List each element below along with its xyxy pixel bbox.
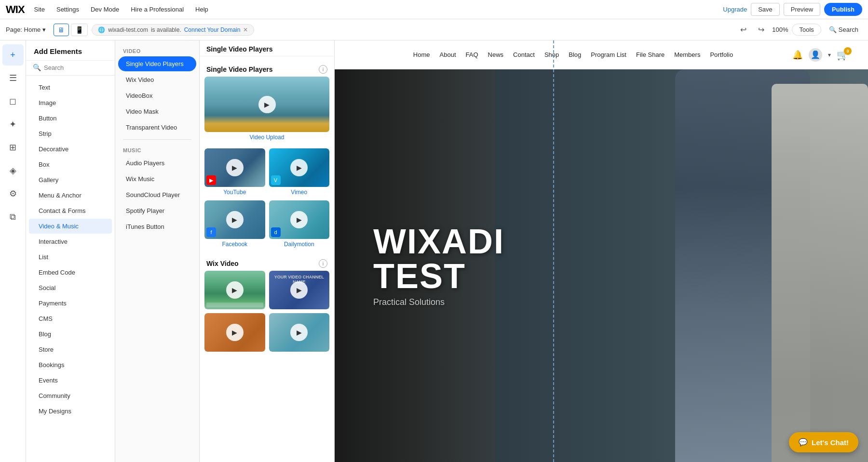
nav-shop[interactable]: Shop [544, 51, 559, 58]
wix-video-card-1[interactable]: ▶ [204, 271, 265, 309]
page-selector[interactable]: Page: Home ▾ [6, 26, 46, 33]
element-item-menu-anchor[interactable]: Menu & Anchor [29, 188, 112, 203]
video-upload-label: Video Upload [204, 134, 329, 141]
sub-item-wix-video[interactable]: Wix Video [118, 72, 196, 87]
nav-right-icons: 🔔 👤 ▾ 🛒 0 [792, 48, 849, 62]
wix-video-row1: ▶ YOUR VIDEO CHANNEL NAME ▶ [204, 271, 329, 309]
youtube-card[interactable]: ▶ ▶ YouTube [204, 148, 265, 198]
notification-bell-icon[interactable]: 🔔 [792, 50, 803, 60]
connect-domain-link[interactable]: Connect Your Domain [184, 26, 241, 33]
sub-item-spotify[interactable]: Spotify Player [118, 203, 196, 218]
info-icon[interactable]: i [319, 65, 327, 74]
element-item-bookings[interactable]: Bookings [29, 357, 112, 372]
settings-menu-button[interactable]: Settings [53, 4, 83, 15]
sidebar-item-settings[interactable]: ⚙ [2, 183, 24, 204]
nav-home[interactable]: Home [413, 51, 430, 58]
facebook-label: Facebook [204, 241, 265, 248]
element-item-text[interactable]: Text [29, 80, 112, 95]
sidebar-item-add-elements[interactable]: + [2, 44, 24, 66]
element-item-gallery[interactable]: Gallery [29, 172, 112, 187]
domain-text: wixadi-test.com [108, 26, 148, 33]
dailymotion-card[interactable]: ▶ d Dailymotion [269, 200, 330, 251]
sub-item-video-mask[interactable]: Video Mask [118, 104, 196, 119]
undo-button[interactable]: ↩ [736, 23, 750, 36]
element-item-button[interactable]: Button [29, 111, 112, 126]
element-item-store[interactable]: Store [29, 342, 112, 357]
tools-button[interactable]: Tools [792, 24, 821, 36]
save-button[interactable]: Save [751, 3, 780, 16]
sub-item-single-video[interactable]: Single Video Players [118, 56, 196, 71]
video-upload-card[interactable]: ▶ Video Upload [204, 77, 329, 144]
element-item-strip[interactable]: Strip [29, 126, 112, 141]
facebook-card[interactable]: ▶ f Facebook [204, 200, 265, 251]
preview-button[interactable]: Preview [784, 3, 820, 16]
vimeo-card[interactable]: ▶ V Vimeo [269, 148, 330, 198]
cart-container: 🛒 0 [837, 49, 849, 61]
element-item-payments[interactable]: Payments [29, 296, 112, 311]
devmode-button[interactable]: Dev Mode [87, 4, 123, 15]
nav-program-list[interactable]: Program List [591, 51, 626, 58]
sidebar-item-apps[interactable]: ⊞ [2, 137, 24, 158]
sidebar-item-pages[interactable]: ☰ [2, 67, 24, 89]
sidebar-item-theme[interactable]: ✦ [2, 114, 24, 135]
element-item-list[interactable]: List [29, 250, 112, 264]
sub-item-itunes[interactable]: iTunes Button [118, 219, 196, 234]
site-menu-button[interactable]: Site [30, 4, 49, 15]
tools-label: Tools [799, 26, 814, 33]
facebook-dailymotion-row: ▶ f Facebook ▶ d Dailymotion [204, 200, 329, 251]
nav-members[interactable]: Members [674, 51, 700, 58]
element-item-cms[interactable]: CMS [29, 311, 112, 326]
element-item-image[interactable]: Image [29, 95, 112, 110]
wix-video-card-4[interactable]: ▶ [269, 313, 330, 352]
add-elements-search[interactable]: 🔍 ? ✕ [26, 61, 115, 76]
wix-video-thumb-1: ▶ [204, 271, 265, 309]
close-domain-icon[interactable]: ✕ [243, 26, 248, 33]
nav-portfolio[interactable]: Portfolio [710, 51, 733, 58]
hire-professional-button[interactable]: Hire a Professional [127, 4, 188, 15]
sub-item-wix-music[interactable]: Wix Music [118, 172, 196, 186]
youtube-vimeo-row: ▶ ▶ YouTube ▶ V Vimeo [204, 148, 329, 198]
nav-blog[interactable]: Blog [569, 51, 581, 58]
sub-item-soundcloud[interactable]: SoundCloud Player [118, 187, 196, 202]
redo-button[interactable]: ↪ [754, 23, 768, 36]
search-input[interactable] [44, 64, 115, 71]
sub-item-audio-players[interactable]: Audio Players [118, 156, 196, 171]
element-item-events[interactable]: Events [29, 373, 112, 388]
main-layout: + ☰ ◻ ✦ ⊞ ◈ ⚙ ⧉ Add Elements 🔍 ? ✕ [0, 40, 868, 462]
upgrade-button[interactable]: Upgrade [723, 6, 747, 13]
wix-logo: WIX [6, 3, 25, 16]
sub-item-transparent-video[interactable]: Transparent Video [118, 120, 196, 135]
canvas-area: Home About FAQ News Contact Shop Blog Pr… [335, 40, 868, 462]
element-item-embed-code[interactable]: Embed Code [29, 265, 112, 280]
element-item-social[interactable]: Social [29, 280, 112, 295]
element-item-my-designs[interactable]: My Designs [29, 404, 112, 419]
chat-button[interactable]: 💬 Let's Chat! [789, 432, 858, 452]
wix-video-card-2[interactable]: YOUR VIDEO CHANNEL NAME ▶ [269, 271, 330, 309]
sub-item-videobox[interactable]: VideoBox [118, 88, 196, 103]
sidebar-item-layers[interactable]: ⧉ [2, 206, 24, 227]
mobile-view-button[interactable]: 📱 [71, 24, 88, 36]
nav-news[interactable]: News [488, 51, 504, 58]
element-item-box[interactable]: Box [29, 157, 112, 172]
nav-faq[interactable]: FAQ [466, 51, 478, 58]
element-item-community[interactable]: Community [29, 388, 112, 403]
wix-video-thumb-2: YOUR VIDEO CHANNEL NAME ▶ [269, 271, 330, 309]
element-item-contact-forms[interactable]: Contact & Forms [29, 203, 112, 218]
sidebar-item-media[interactable]: ◈ [2, 160, 24, 181]
element-item-video-music[interactable]: Video & Music [29, 219, 112, 234]
sidebar-item-background[interactable]: ◻ [2, 91, 24, 112]
help-button[interactable]: Help [191, 4, 212, 15]
element-item-interactive[interactable]: Interactive [29, 234, 112, 249]
nav-about[interactable]: About [440, 51, 456, 58]
wix-video-card-3[interactable]: ▶ [204, 313, 265, 352]
publish-button[interactable]: Publish [824, 3, 862, 16]
wix-video-info-icon[interactable]: i [319, 259, 327, 268]
desktop-view-button[interactable]: 🖥 [54, 24, 69, 36]
search-button[interactable]: 🔍 Search [825, 24, 862, 35]
element-item-decorative[interactable]: Decorative [29, 142, 112, 157]
element-item-blog[interactable]: Blog [29, 327, 112, 342]
avatar-chevron-icon[interactable]: ▾ [828, 52, 831, 58]
nav-file-share[interactable]: File Share [636, 51, 665, 58]
avatar[interactable]: 👤 [809, 48, 822, 62]
nav-contact[interactable]: Contact [513, 51, 535, 58]
